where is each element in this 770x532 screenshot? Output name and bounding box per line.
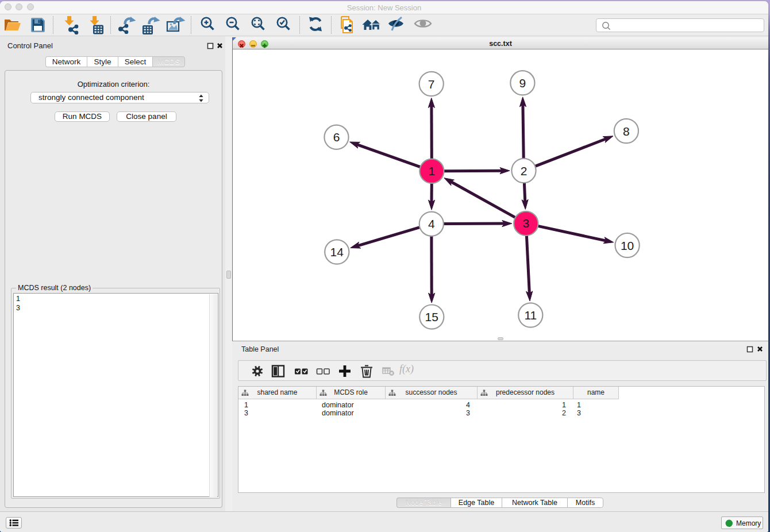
svg-text:4: 4 <box>428 217 435 230</box>
svg-text:15: 15 <box>425 310 438 323</box>
svg-text:6: 6 <box>333 130 340 144</box>
svg-text:14: 14 <box>330 245 344 259</box>
svg-text:1: 1 <box>429 164 436 178</box>
svg-text:3: 3 <box>522 217 529 230</box>
svg-text:9: 9 <box>519 76 526 90</box>
svg-text:8: 8 <box>623 125 630 138</box>
svg-text:7: 7 <box>428 78 435 91</box>
svg-text:11: 11 <box>524 309 537 322</box>
svg-text:10: 10 <box>621 239 634 252</box>
svg-text:2: 2 <box>521 164 528 178</box>
